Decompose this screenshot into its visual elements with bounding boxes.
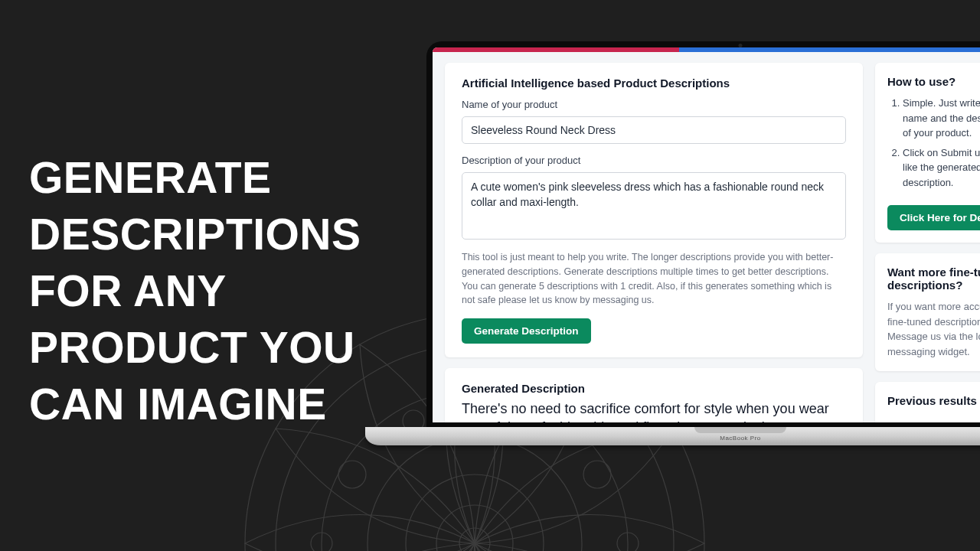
generator-card: Artificial Intelligence based Product De… (445, 63, 863, 357)
svg-point-13 (617, 533, 639, 551)
svg-point-14 (583, 461, 611, 488)
generate-button[interactable]: Generate Description (462, 318, 591, 344)
generated-text: There's no need to sacrifice comfort for… (462, 399, 846, 422)
svg-point-7 (338, 461, 366, 488)
product-desc-input[interactable] (462, 172, 846, 240)
previous-title: Previous results (887, 394, 980, 407)
generated-title: Generated Description (462, 382, 846, 395)
laptop-notch (694, 427, 786, 433)
svg-point-3 (368, 436, 582, 551)
howto-title: How to use? (887, 75, 980, 88)
product-name-label: Name of your product (462, 99, 846, 110)
main-column: Artificial Intelligence based Product De… (445, 63, 863, 422)
laptop-base: MacBook Pro (365, 427, 980, 445)
howto-list: Simple. Just write the name and the desc… (887, 96, 980, 190)
svg-point-8 (311, 533, 332, 551)
finetune-card: Want more fine-tuned descriptions? If yo… (875, 253, 980, 371)
laptop-screen: Artificial Intelligence based Product De… (433, 47, 980, 422)
generated-card: Generated Description There's no need to… (445, 368, 863, 422)
hero-headline: Generate descriptions for any product yo… (29, 149, 404, 432)
laptop-bezel: Artificial Intelligence based Product De… (426, 41, 980, 427)
demo-button[interactable]: Click Here for Demo (887, 205, 980, 230)
product-name-input[interactable] (462, 116, 846, 144)
product-desc-group: Description of your product (462, 155, 846, 243)
help-text: This tool is just meant to help you writ… (462, 250, 846, 308)
previous-card: Previous results Click Here to get previ… (875, 382, 980, 422)
product-desc-label: Description of your product (462, 155, 846, 166)
list-item: Click on Submit until you like the gener… (903, 145, 980, 191)
side-column: How to use? Simple. Just write the name … (875, 63, 980, 422)
app-container: Artificial Intelligence based Product De… (433, 52, 980, 422)
product-name-group: Name of your product (462, 99, 846, 144)
page-title: Artificial Intelligence based Product De… (462, 77, 846, 90)
svg-point-6 (459, 528, 490, 551)
laptop-mockup: Artificial Intelligence based Product De… (426, 41, 980, 447)
laptop-brand-label: MacBook Pro (720, 435, 761, 442)
svg-point-4 (406, 474, 544, 551)
svg-point-5 (436, 505, 513, 551)
howto-card: How to use? Simple. Just write the name … (875, 63, 980, 243)
finetune-text: If you want more accurate and fine-tuned… (887, 299, 980, 359)
list-item: Simple. Just write the name and the desc… (903, 96, 980, 141)
finetune-title: Want more fine-tuned descriptions? (887, 266, 980, 292)
